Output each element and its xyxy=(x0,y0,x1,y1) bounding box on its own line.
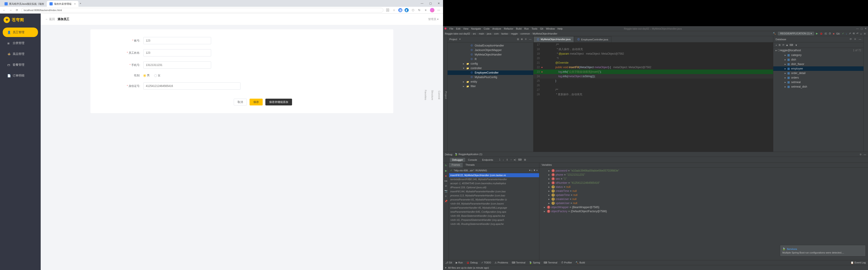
status-item-debug[interactable]: 🐞 Debug xyxy=(466,261,477,264)
menu-help[interactable]: Help xyxy=(557,27,563,30)
gear-icon[interactable]: ⛭ xyxy=(854,38,857,41)
menu-refactor[interactable]: Refactor xyxy=(504,27,513,30)
build-icon[interactable]: 🔨 xyxy=(773,32,776,35)
profile-icon[interactable]: ⏱ xyxy=(829,32,831,35)
editor-tab[interactable]: Ⓒ MyMetaObjectHandler.java xyxy=(533,36,574,42)
menu-window[interactable]: Window xyxy=(546,27,555,30)
stack-frame[interactable]: lambda$insertFill$0:146, MybatisParamete… xyxy=(449,177,539,181)
sync-icon[interactable]: ⟳ xyxy=(782,43,784,46)
breadcrumb-item[interactable]: MyMetaObjectHandler xyxy=(532,32,557,35)
db-table[interactable]: ▸ ▦ dish_flavor xyxy=(773,62,864,66)
expand-icon[interactable]: ▸ xyxy=(445,266,447,269)
db-table[interactable]: ▸ ▦ employee xyxy=(773,66,864,71)
db-table[interactable]: ▸ ▦ setmeal_dish xyxy=(773,85,864,89)
console-icon[interactable]: ⌨ xyxy=(789,43,793,46)
breakpoints-icon[interactable]: ●● xyxy=(444,179,447,182)
browser-tab-active[interactable]: 瑞吉外卖管理端 × xyxy=(47,1,78,7)
gear-icon[interactable]: ⛭ xyxy=(860,153,862,156)
project-tab[interactable]: Project xyxy=(445,91,447,99)
debug-tab-endpoints[interactable]: Endpoints xyxy=(480,158,495,162)
stop-icon[interactable]: ■ xyxy=(786,44,788,46)
extension-icon[interactable]: ▦ xyxy=(398,8,402,12)
status-item-terminal[interactable]: ⌨ Terminal xyxy=(512,261,525,264)
close-icon[interactable]: ✕ xyxy=(865,27,867,30)
run-icon[interactable]: ▶ xyxy=(816,32,818,35)
tree-node[interactable]: ▾📁controller xyxy=(447,66,533,70)
rollback-icon[interactable]: ↶ xyxy=(857,32,859,35)
settings-icon[interactable]: ⛭ xyxy=(864,32,866,35)
role-dropdown[interactable]: 管理员 ▾ xyxy=(428,18,438,21)
variable-row[interactable]: ▸f createTime = null xyxy=(539,189,868,193)
stack-frame[interactable]: process:113, MybatisParameterHandler (co… xyxy=(449,194,539,198)
hide-icon[interactable]: — xyxy=(859,38,861,41)
variable-row[interactable]: ▸f sex = "1" xyxy=(539,177,868,181)
menu-view[interactable]: View xyxy=(463,27,469,30)
breadcrumb-item[interactable]: src xyxy=(473,32,476,35)
cancel-button[interactable]: 取消 xyxy=(234,99,247,105)
extension-icon[interactable]: ◧ xyxy=(405,8,409,12)
variable-row[interactable]: ▸f createUser = null xyxy=(539,197,868,201)
stack-frame[interactable]: insertFill:144, MybatisParameterHandler … xyxy=(449,190,539,194)
db-table[interactable]: ▸ ▦ category xyxy=(773,53,864,57)
run-to-cursor-icon[interactable]: ▸| xyxy=(514,158,516,161)
breadcrumb-item[interactable]: java xyxy=(487,32,491,35)
debug-app-name[interactable]: 🍃 ReggieApplication (1) xyxy=(455,153,482,156)
stack-frame[interactable]: <init>:41, PreparedStatementHandler (org… xyxy=(449,218,539,222)
filter-icon[interactable]: ▼ xyxy=(795,44,798,46)
evaluate-icon[interactable]: ⌨ xyxy=(518,158,522,161)
bookmark-icon[interactable]: ☆ xyxy=(392,8,396,12)
tree-node[interactable]: ▸📁config xyxy=(447,61,533,66)
variable-row[interactable]: ▸f phone = "13121311231" xyxy=(539,173,868,177)
mute-icon[interactable]: ⊘ xyxy=(445,184,447,188)
stack-frame[interactable]: processParameter:81, MybatisParameterHan… xyxy=(449,198,539,202)
stop-icon[interactable]: ■ xyxy=(833,32,835,35)
rerun-icon[interactable]: ↻ xyxy=(445,164,447,167)
menu-run[interactable]: Run xyxy=(524,27,529,30)
frames-tab[interactable]: Frames xyxy=(449,163,463,168)
notification-popup[interactable]: 🍃Services Multiple Spring Boot run confi… xyxy=(780,245,866,257)
stack-frame[interactable]: ifPresent:159, Optional (java.util) xyxy=(449,185,539,190)
status-item-profiler[interactable]: ⏱ Profiler xyxy=(561,261,572,264)
minimize-icon[interactable]: — xyxy=(856,27,859,30)
url-bar[interactable]: localhost:8080/backend/index.html xyxy=(21,8,383,12)
debug-tab-console[interactable]: Console xyxy=(466,158,479,162)
run-config-dropdown[interactable]: REGGIEAPPLICATION (1) ▾ xyxy=(778,32,814,35)
close-icon[interactable]: × xyxy=(74,2,75,5)
duplicate-icon[interactable]: ⧉ xyxy=(779,43,780,46)
breadcrumb-item[interactable]: common xyxy=(520,32,530,35)
stop-icon[interactable]: ■ xyxy=(445,174,447,177)
hide-icon[interactable]: — xyxy=(864,153,866,156)
back-button[interactable]: ← 返回 xyxy=(45,17,55,21)
menu-git[interactable]: Git xyxy=(540,27,543,30)
reload-icon[interactable]: ⟳ xyxy=(15,8,19,12)
menu-build[interactable]: Build xyxy=(516,27,522,30)
variable-row[interactable]: ▸f password = "e10adc3949ba59abbe56e057f… xyxy=(539,169,868,173)
commit-tab[interactable]: Commit xyxy=(438,91,440,99)
extension-icon[interactable]: ↻ xyxy=(417,8,421,12)
stack-frame[interactable]: <init>:64, MybatisParameterHandler (com.… xyxy=(449,202,539,206)
debug-icon[interactable]: 🐞 xyxy=(819,32,823,35)
forward-icon[interactable]: → xyxy=(8,8,13,12)
breadcrumb-item[interactable]: taotao xyxy=(501,32,508,35)
save-continue-button[interactable]: 保存并继续添加 xyxy=(266,99,292,105)
sidebar-item-order[interactable]: 📄订单明细 xyxy=(3,71,38,80)
name-input[interactable] xyxy=(143,49,211,57)
status-item-run[interactable]: ▶ Run xyxy=(456,261,463,264)
camera-icon[interactable]: 📷 xyxy=(444,190,447,193)
db-table[interactable]: ▸ ▦ dish xyxy=(773,57,864,62)
status-item-problems[interactable]: ⚠ Problems xyxy=(495,261,508,264)
db-host[interactable]: reggie@localhost xyxy=(780,49,801,52)
history-icon[interactable]: ⟲ xyxy=(852,32,855,35)
status-item-terminal[interactable]: ⌨ Terminal xyxy=(544,261,557,264)
tree-node[interactable]: ⒸR xyxy=(447,57,533,61)
sidebar-item-dish[interactable]: 🍲菜品管理 xyxy=(3,49,38,59)
db-table[interactable]: ▸ ▦ setmeal xyxy=(773,80,864,85)
variable-row[interactable]: ▸f idNumber = "412541212464565416" xyxy=(539,181,868,185)
tree-node[interactable]: ⒸGlobalExceptionHandler xyxy=(447,43,533,48)
tree-node[interactable]: ▸📁entity xyxy=(447,79,533,84)
commit-icon[interactable]: ✓ xyxy=(842,32,844,35)
status-item-build[interactable]: 🔨 Build xyxy=(576,261,585,264)
step-out-icon[interactable]: ↑ xyxy=(510,158,512,161)
gear-icon[interactable]: ⛭ xyxy=(525,38,527,41)
thread-selector[interactable]: ✓ "http-nio-808...ain": RUNNING ▾ ↕ ▼ + xyxy=(449,168,539,173)
